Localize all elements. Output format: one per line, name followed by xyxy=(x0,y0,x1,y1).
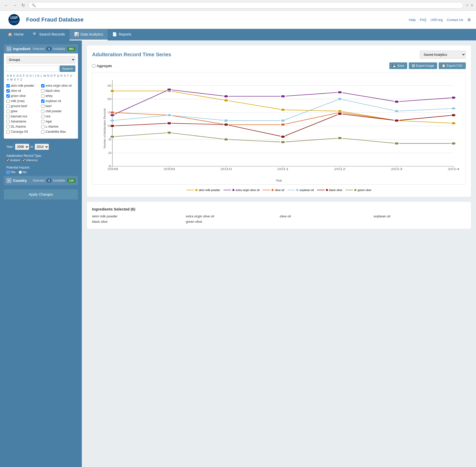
alpha-M[interactable]: M xyxy=(43,74,46,77)
ingredient-checkbox[interactable] xyxy=(41,84,44,87)
ingredient-checkbox[interactable] xyxy=(6,84,10,87)
ingredient-checkbox[interactable] xyxy=(41,115,44,118)
menu-icon[interactable]: ≡ xyxy=(471,3,473,7)
ingredient-selected-name: green olive xyxy=(186,220,278,224)
hazard-yes-radio[interactable] xyxy=(6,171,10,174)
ingredient-checkbox[interactable] xyxy=(6,115,10,118)
groups-select[interactable]: Groups xyxy=(6,56,75,63)
ingredient-toggle[interactable]: — xyxy=(6,46,12,51)
ingredient-checkbox[interactable] xyxy=(6,99,10,103)
nav-reports[interactable]: 📄 Reports xyxy=(108,29,136,40)
x-axis-label: Year xyxy=(276,179,282,182)
alpha-S[interactable]: S xyxy=(63,74,66,77)
alpha-J[interactable]: J xyxy=(34,74,37,77)
alpha-C[interactable]: C xyxy=(13,74,16,77)
nav-data-analytics[interactable]: 📊 Data Analytics xyxy=(70,29,108,40)
ingredient-checkbox[interactable] xyxy=(41,120,44,123)
alpha-E[interactable]: E xyxy=(19,74,22,77)
alpha-A[interactable]: A xyxy=(6,74,9,77)
ingredient-checkbox[interactable] xyxy=(6,105,10,108)
year-from-select[interactable]: 2005200620072008200920102011201220132014… xyxy=(15,144,29,150)
alpha-D[interactable]: D xyxy=(16,74,19,77)
ingredient-checkbox[interactable] xyxy=(6,89,10,93)
ingredient-item-label: soybean oil xyxy=(46,99,61,103)
alpha-I[interactable]: I xyxy=(32,74,34,77)
alpha-R[interactable]: R xyxy=(60,74,63,77)
forward-button[interactable]: → xyxy=(12,3,18,8)
aggregate-check[interactable]: Aggregate xyxy=(92,64,112,68)
ingredient-checkbox[interactable] xyxy=(6,94,10,98)
record-type-row: Incident Inference xyxy=(6,159,75,162)
svg-text:30: 30 xyxy=(108,97,111,101)
faq-link[interactable]: FAQ xyxy=(420,18,426,22)
ingredient-checkbox[interactable] xyxy=(6,110,10,113)
refresh-button[interactable]: ↻ xyxy=(20,2,26,8)
contact-link[interactable]: Contact Us xyxy=(447,18,463,22)
ingredient-selected-name: extra virgin olive oil xyxy=(186,214,278,218)
country-toggle[interactable]: + xyxy=(6,178,12,183)
svg-text:10: 10 xyxy=(108,151,111,154)
alpha-G[interactable]: G xyxy=(26,74,29,77)
inference-label[interactable]: Inference xyxy=(22,159,38,162)
alpha-B[interactable]: B xyxy=(9,74,12,77)
ingredient-item: extra virgin olive oil xyxy=(41,83,75,88)
alpha-L[interactable]: L xyxy=(40,74,43,77)
legend-label: skim milk powder xyxy=(199,188,220,192)
ingredient-checkbox[interactable] xyxy=(41,89,44,93)
alpha-Z[interactable]: Z xyxy=(20,78,22,81)
alpha-Y[interactable]: Y xyxy=(17,78,19,81)
incident-checkbox[interactable] xyxy=(6,159,9,162)
ingredient-checkbox[interactable] xyxy=(41,105,44,108)
alpha-T[interactable]: T xyxy=(66,74,69,77)
url-input[interactable] xyxy=(37,3,460,7)
usp-org-link[interactable]: USP.org xyxy=(430,18,443,22)
hazard-yes-label[interactable]: Yes xyxy=(6,170,16,174)
ingredient-item: soybean oil xyxy=(41,99,75,103)
inference-checkbox[interactable] xyxy=(22,159,25,162)
alpha-N[interactable]: N xyxy=(47,74,50,77)
aggregate-checkbox[interactable] xyxy=(92,64,95,68)
hazard-no-radio[interactable] xyxy=(19,171,22,174)
ingredient-checkbox[interactable] xyxy=(6,130,10,134)
save-button[interactable]: 💾 Save xyxy=(389,62,407,69)
incident-label[interactable]: Incident xyxy=(6,159,20,162)
alpha-H[interactable]: H xyxy=(29,74,32,77)
alpha-U[interactable]: U xyxy=(70,74,73,77)
ingredient-checkbox[interactable] xyxy=(6,125,10,128)
ingredient-search-btn[interactable]: Search xyxy=(60,65,75,72)
gear-icon[interactable]: ⚙ xyxy=(467,17,471,22)
alpha-O[interactable]: O xyxy=(50,74,53,77)
saved-analytics-select[interactable]: Saved Analytics xyxy=(420,51,466,59)
selected-count: 6 xyxy=(47,47,52,51)
ingredient-checkbox[interactable] xyxy=(6,120,10,123)
svg-point-42 xyxy=(167,88,172,91)
ingredient-checkbox[interactable] xyxy=(41,99,44,103)
ingredient-checkbox[interactable] xyxy=(41,94,44,98)
svg-text:35: 35 xyxy=(108,84,111,87)
nav-home[interactable]: 🏠 Home xyxy=(3,29,28,40)
alpha-P[interactable]: P xyxy=(53,74,56,77)
alpha-K[interactable]: K xyxy=(37,74,40,77)
star-icon[interactable]: ☆ xyxy=(466,3,469,7)
alpha-W[interactable]: W xyxy=(9,78,13,81)
ingredient-item: DL-Alanine xyxy=(6,124,41,129)
svg-text:2013: 2013 xyxy=(391,167,402,170)
ingredient-checkbox[interactable] xyxy=(41,130,44,134)
ingredient-search-input[interactable] xyxy=(6,65,59,72)
back-button[interactable]: ← xyxy=(3,3,9,8)
year-to-select[interactable]: 2005200620072008200920102011201220132014… xyxy=(35,144,49,150)
country-available-label: Available xyxy=(53,179,65,182)
alpha-F[interactable]: F xyxy=(22,74,25,77)
export-csv-button[interactable]: 📋 Export CSV xyxy=(439,62,466,69)
apply-changes-button[interactable]: Apply Changes xyxy=(4,189,78,199)
nav-search-records[interactable]: 🔍 Search Records xyxy=(28,29,69,40)
legend-line-color xyxy=(287,190,295,190)
hazard-no-label[interactable]: No xyxy=(19,170,27,174)
ingredient-checkbox[interactable] xyxy=(41,110,44,113)
export-image-button[interactable]: 🖼 Export Image xyxy=(409,62,437,69)
alpha-X[interactable]: X xyxy=(14,78,16,81)
alpha-Q[interactable]: Q xyxy=(56,74,60,77)
alpha-V[interactable]: V xyxy=(6,78,9,81)
help-link[interactable]: Help xyxy=(409,18,416,22)
ingredient-checkbox[interactable] xyxy=(41,125,44,128)
